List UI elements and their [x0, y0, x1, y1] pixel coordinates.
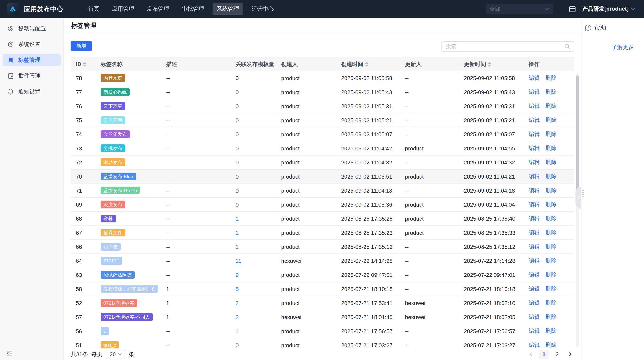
cell-template-count[interactable]: 11	[236, 258, 281, 264]
delete-link[interactable]: 删除	[546, 201, 557, 208]
template-count-link[interactable]: 9	[236, 272, 238, 278]
search-box	[441, 41, 574, 52]
cell-template-count[interactable]: 1	[236, 230, 281, 236]
delete-link[interactable]: 删除	[546, 130, 557, 138]
delete-link[interactable]: 删除	[546, 172, 557, 180]
cell-template-count[interactable]: 9	[236, 272, 281, 278]
tag-badge: 测试萨达阿德	[100, 271, 134, 279]
cell-template-count[interactable]: 2	[236, 314, 281, 320]
nav-item-5[interactable]: 运营中心	[248, 3, 278, 15]
edit-link[interactable]: 编辑	[528, 257, 540, 264]
delete-link[interactable]: 删除	[546, 229, 557, 236]
delete-link[interactable]: 删除	[546, 299, 557, 307]
nav-item-3[interactable]: 审批管理	[178, 3, 208, 15]
template-count-link[interactable]: 1	[236, 230, 238, 236]
delete-link[interactable]: 删除	[546, 313, 557, 321]
delete-link[interactable]: 删除	[546, 116, 557, 124]
table-scrollbar[interactable]	[576, 74, 579, 347]
edit-link[interactable]: 编辑	[528, 144, 540, 152]
env-select[interactable]: 全部	[486, 4, 553, 14]
cell-creator: product	[281, 286, 341, 292]
sidebar-item-1[interactable]: 系统设置	[2, 38, 61, 51]
edit-link[interactable]: 编辑	[528, 215, 540, 222]
template-count-link[interactable]: 1	[236, 244, 238, 250]
next-page-button[interactable]	[566, 350, 575, 359]
delete-link[interactable]: 删除	[546, 341, 557, 348]
delete-link[interactable]: 删除	[546, 88, 557, 96]
delete-link[interactable]: 删除	[546, 74, 557, 82]
edit-link[interactable]: 编辑	[528, 74, 540, 82]
page-number-1[interactable]: 1	[539, 350, 548, 359]
delete-link[interactable]: 删除	[546, 271, 557, 279]
edit-link[interactable]: 编辑	[528, 341, 540, 348]
edit-link[interactable]: 编辑	[528, 186, 540, 194]
delete-link[interactable]: 删除	[546, 102, 557, 110]
add-button[interactable]: 新增	[71, 41, 92, 51]
edit-link[interactable]: 编辑	[528, 116, 540, 124]
sidebar-item-0[interactable]: 移动端配置	[2, 22, 61, 35]
edit-link[interactable]: 编辑	[528, 243, 540, 250]
learn-more-link[interactable]: 了解更多	[612, 44, 634, 51]
cell-creator: product	[281, 187, 341, 194]
edit-link[interactable]: 编辑	[528, 271, 540, 279]
tag-badge: test_c	[100, 341, 119, 348]
nav-item-0[interactable]: 首页	[84, 3, 104, 15]
sort-carets-icon[interactable]	[83, 62, 86, 67]
delete-link[interactable]: 删除	[546, 285, 557, 293]
delete-link[interactable]: 删除	[546, 144, 557, 152]
delete-link[interactable]: 删除	[546, 215, 557, 222]
sidebar-collapse-button[interactable]	[6, 350, 13, 356]
panel-expand-handle[interactable]	[576, 186, 582, 209]
prev-page-button[interactable]	[526, 350, 536, 359]
template-count-link[interactable]: 1	[236, 215, 238, 222]
cell-created-time: 2025-09-02 11:04:42	[341, 145, 405, 152]
column-header-0[interactable]: ID	[76, 61, 100, 67]
sidebar-item-3[interactable]: 插件管理	[2, 70, 61, 82]
template-count-link[interactable]: 1	[236, 328, 238, 334]
delete-link[interactable]: 删除	[546, 243, 557, 250]
template-count-link[interactable]: 11	[236, 258, 241, 264]
sort-carets-icon[interactable]	[488, 62, 491, 67]
page-size-select[interactable]: 20	[106, 350, 126, 359]
delete-link[interactable]: 删除	[546, 158, 557, 166]
page-number-2[interactable]: 2	[552, 350, 562, 359]
panel-drag-dots[interactable]	[582, 190, 584, 200]
cell-template-count[interactable]: 5	[236, 286, 281, 292]
column-header-5[interactable]: 创建时间	[341, 60, 405, 68]
delete-link[interactable]: 删除	[546, 257, 557, 264]
sidebar-item-2[interactable]: 标签管理	[2, 54, 61, 66]
app-root: 应用发布中心 首页应用管理发布管理审批管理系统管理运营中心 全部 产品研发[pr…	[0, 0, 644, 360]
edit-link[interactable]: 编辑	[528, 201, 540, 208]
cell-tag-name: 蓝绿发布-Green	[100, 186, 166, 194]
cell-template-count[interactable]: 2	[236, 300, 281, 306]
search-input[interactable]	[445, 43, 564, 50]
template-count-link[interactable]: 5	[236, 286, 238, 292]
edit-link[interactable]: 编辑	[528, 130, 540, 138]
nav-item-2[interactable]: 发布管理	[143, 3, 173, 15]
edit-link[interactable]: 编辑	[528, 172, 540, 180]
scrollbar-thumb[interactable]	[576, 76, 579, 207]
edit-link[interactable]: 编辑	[528, 285, 540, 293]
edit-link[interactable]: 编辑	[528, 229, 540, 236]
edit-link[interactable]: 编辑	[528, 299, 540, 307]
cell-template-count[interactable]: 1	[236, 244, 281, 250]
sidebar-item-4[interactable]: 通知设置	[2, 85, 61, 98]
delete-link[interactable]: 删除	[546, 327, 557, 335]
column-header-7[interactable]: 更新时间	[464, 60, 528, 68]
table-row: 66程序包--1product2025-08-25 17:35:12--2025…	[71, 240, 574, 254]
edit-link[interactable]: 编辑	[528, 102, 540, 110]
template-count-link[interactable]: 2	[236, 314, 238, 320]
template-count-link[interactable]: 2	[236, 300, 238, 306]
cell-template-count[interactable]: 1	[236, 328, 281, 334]
nav-item-1[interactable]: 应用管理	[108, 3, 138, 15]
cell-template-count[interactable]: 1	[236, 215, 281, 222]
calendar-icon[interactable]	[568, 5, 576, 13]
user-menu[interactable]: 产品研发[product]	[582, 5, 636, 13]
edit-link[interactable]: 编辑	[528, 88, 540, 96]
nav-item-4[interactable]: 系统管理	[212, 3, 243, 15]
edit-link[interactable]: 编辑	[528, 158, 540, 166]
delete-link[interactable]: 删除	[546, 186, 557, 194]
edit-link[interactable]: 编辑	[528, 313, 540, 321]
sort-carets-icon[interactable]	[365, 62, 368, 67]
edit-link[interactable]: 编辑	[528, 327, 540, 335]
